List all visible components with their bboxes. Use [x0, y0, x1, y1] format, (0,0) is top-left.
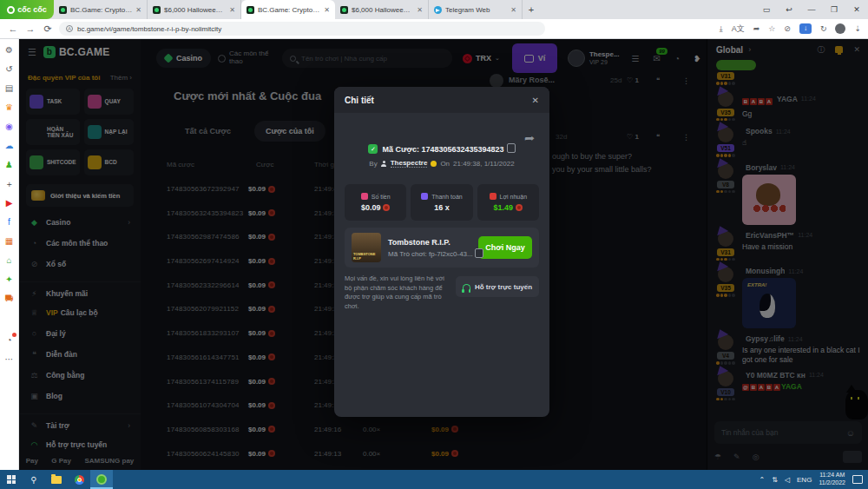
- bet-id-text: Mã Cược: 1748305632435394823: [382, 145, 503, 154]
- pip-icon[interactable]: ▭: [755, 5, 778, 14]
- browser-address-bar: ← → ⟳ A bc.game/vi/game/tombstone-r-i-p-…: [0, 19, 868, 39]
- live-support-button[interactable]: Hỗ trợ trực tuyến: [456, 276, 539, 297]
- minimize-button[interactable]: —: [800, 5, 823, 14]
- gift-icon[interactable]: ⌂: [3, 254, 15, 266]
- games-icon[interactable]: ♟: [3, 159, 15, 170]
- windows-taskbar: ⚲ ⌃ ⇅ ◁ ENG 11:24 AM11/2/2022: [0, 470, 868, 489]
- window-controls: ▭ ↩ — ❐ ✕: [755, 0, 868, 19]
- adblock-icon[interactable]: ⊘: [784, 24, 791, 33]
- coin-icon: [516, 204, 523, 211]
- profile-avatar-icon[interactable]: [835, 23, 845, 34]
- tab-close-icon[interactable]: ✕: [135, 6, 141, 14]
- downloads-icon[interactable]: ⇣: [854, 24, 861, 33]
- screen: cốc cốc BC.Game: Crypto Casino Gan ✕ $6,…: [0, 0, 868, 489]
- tab-favicon: [340, 6, 348, 14]
- messenger-icon[interactable]: ◉: [3, 121, 15, 132]
- taskbar-search-icon[interactable]: ⚲: [23, 470, 45, 489]
- headset-icon: [463, 284, 470, 290]
- cart-icon[interactable]: ⛟: [3, 293, 15, 304]
- browser-tab[interactable]: Telegram Web ✕: [429, 0, 523, 19]
- new-tab-button[interactable]: +: [523, 0, 540, 19]
- browser-tab[interactable]: $6,000 Halloween Slot Battl ✕: [148, 0, 241, 19]
- stat-box: Lợi nhuận $1.49: [477, 184, 539, 221]
- language-indicator[interactable]: ENG: [797, 476, 812, 484]
- calendar-icon[interactable]: ▦: [3, 235, 15, 247]
- copy-icon[interactable]: [509, 145, 516, 153]
- close-button[interactable]: ✕: [845, 5, 868, 14]
- stat-value: $0.09: [361, 203, 391, 212]
- history-icon[interactable]: ↺: [3, 63, 15, 75]
- copy-icon[interactable]: [477, 250, 478, 258]
- coccoc-taskbar-icon[interactable]: [90, 470, 113, 489]
- browser-tab[interactable]: BC.Game: Crypto Casino Gan ✕: [241, 0, 335, 19]
- back-button[interactable]: ←: [7, 23, 19, 34]
- bookmark-star-icon[interactable]: ☆: [768, 24, 775, 33]
- site-info-icon[interactable]: A: [66, 25, 73, 32]
- game-code: Mã Trò chơi: fp-7l2xc0-43...: [388, 250, 471, 258]
- crown-icon[interactable]: ♛: [3, 102, 15, 113]
- bet-stats: Số tiền $0.09 Thanh toán 16 x Lợi nhuận …: [345, 184, 539, 221]
- facebook-icon[interactable]: f: [3, 216, 15, 228]
- share-icon[interactable]: ➦: [753, 24, 760, 33]
- tab-favicon: [434, 6, 442, 14]
- stat-box: Số tiền $0.09: [345, 184, 406, 221]
- game-thumbnail[interactable]: [352, 233, 381, 262]
- modal-close-icon[interactable]: ✕: [532, 96, 539, 105]
- coccoc-brand[interactable]: cốc cốc: [0, 0, 54, 19]
- coccoc-brand-label: cốc cốc: [17, 5, 47, 14]
- bet-datetime: 21:49:38, 1/11/2022: [453, 160, 515, 168]
- coin-icon: [383, 204, 390, 211]
- player-name-link[interactable]: Thespectre: [391, 159, 428, 168]
- stat-icon: [361, 193, 368, 200]
- network-icon[interactable]: ⇅: [772, 476, 778, 484]
- more-icon[interactable]: ⋯: [3, 354, 15, 365]
- support-note: Mọi vấn đề, xin vui lòng liên hệ với bộ …: [345, 274, 449, 311]
- tab-title: $6,000 Halloween Slot Battl: [352, 6, 413, 14]
- tab-close-icon[interactable]: ✕: [324, 6, 330, 14]
- game-name: Tombstone R.I.P.: [388, 238, 471, 247]
- youtube-icon[interactable]: ▶: [3, 197, 15, 208]
- translate-icon[interactable]: A文: [732, 23, 745, 35]
- tray-expand-icon[interactable]: ⌃: [759, 476, 765, 484]
- reload-button[interactable]: ⟳: [42, 23, 54, 35]
- browser-sidebar: ⚙ ↺ ▤ ♛ ◉ ☁ ♟ ＋ ▶ f ▦ ⌂: [0, 39, 19, 470]
- tab-title: Telegram Web: [445, 6, 507, 14]
- verified-shield-icon: ✓: [368, 144, 378, 154]
- browser-tab[interactable]: $6,000 Halloween Slot Battl ✕: [335, 0, 429, 19]
- bet-details-modal: Chi tiết ✕ ➦ ✓ Mã Cược: 1748305632435394…: [334, 87, 549, 417]
- settings-icon[interactable]: ⚙: [3, 44, 15, 56]
- sync-icon[interactable]: ↻: [820, 24, 827, 33]
- stat-box: Thanh toán 16 x: [411, 184, 472, 221]
- tab-favicon: [153, 6, 161, 14]
- url-box[interactable]: A bc.game/vi/game/tombstone-r-i-p-by-nol…: [59, 22, 545, 36]
- action-center-icon[interactable]: [852, 475, 863, 484]
- notifications-bell-icon[interactable]: ◔: [3, 334, 15, 346]
- url-text: bc.game/vi/game/tombstone-r-i-p-by-nolim…: [77, 25, 221, 33]
- weather-icon[interactable]: ☁: [3, 140, 15, 151]
- volume-icon[interactable]: ◁: [785, 476, 790, 484]
- taskbar-clock[interactable]: 11:24 AM11/2/2022: [819, 472, 845, 487]
- tab-close-icon[interactable]: ✕: [229, 6, 235, 14]
- tab-close-icon[interactable]: ✕: [510, 6, 516, 14]
- save-page-icon[interactable]: ⤓: [720, 24, 723, 34]
- tab-title: BC.Game: Crypto Casino Gan: [258, 6, 320, 14]
- maps-icon[interactable]: ✦: [3, 274, 15, 285]
- file-explorer-icon[interactable]: [45, 470, 68, 489]
- play-now-button[interactable]: Chơi Ngay: [478, 236, 532, 259]
- add-icon[interactable]: ＋: [3, 178, 15, 189]
- forward-button[interactable]: →: [24, 23, 36, 34]
- reading-list-icon[interactable]: ▤: [3, 83, 15, 94]
- maximize-button[interactable]: ❐: [823, 5, 845, 14]
- download-manager-icon[interactable]: ↓: [799, 23, 812, 34]
- modal-title: Chi tiết: [345, 96, 374, 105]
- start-button[interactable]: [0, 470, 23, 489]
- tab-close-icon[interactable]: ✕: [417, 6, 423, 14]
- browser-tab[interactable]: BC.Game: Crypto Casino Gan ✕: [54, 0, 148, 19]
- game-card: Tombstone R.I.P. Mã Trò chơi: fp-7l2xc0-…: [345, 228, 539, 268]
- tab-title: $6,000 Halloween Slot Battl: [164, 6, 226, 14]
- chrome-icon[interactable]: [68, 470, 90, 489]
- stat-icon: [421, 193, 428, 200]
- arrow-return-icon[interactable]: ↩: [778, 5, 800, 14]
- stat-value: 16 x: [434, 203, 450, 212]
- share-icon[interactable]: ➦: [524, 132, 535, 144]
